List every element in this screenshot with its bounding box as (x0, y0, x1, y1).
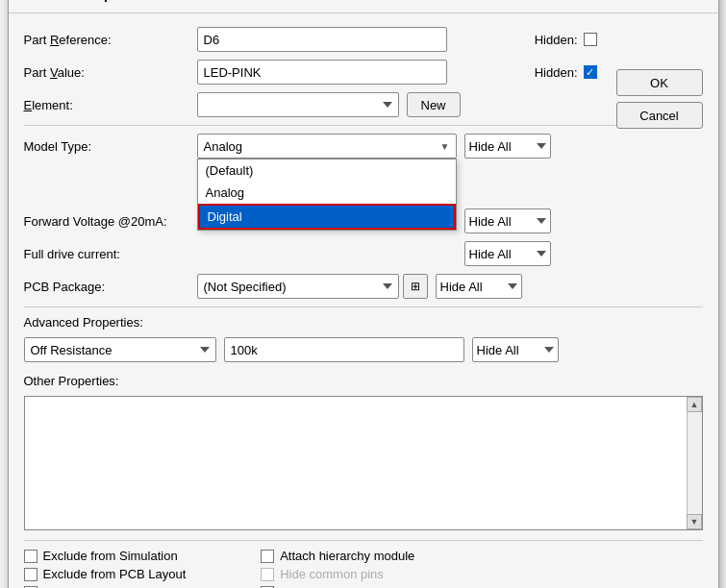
part-value-row: Part Value: Hidden: ✓ (24, 60, 703, 85)
advanced-hide-select[interactable]: Hide All Show All Value Only (472, 337, 559, 362)
attach-hierarchy-row: Attach hierarchy module (261, 549, 416, 563)
hidden-label-2: Hidden: (535, 65, 578, 80)
model-type-trigger[interactable]: Analog ▼ (197, 134, 457, 159)
divider-2 (24, 306, 703, 307)
divider-1 (24, 125, 703, 126)
exclude-simulation-label: Exclude from Simulation (43, 549, 178, 563)
pcb-package-row: PCB Package: (Not Specified) ⊞ Hide All … (24, 274, 703, 299)
close-button[interactable]: ✕ (683, 0, 707, 5)
part-value-label: Part Value: (24, 65, 197, 80)
element-select[interactable] (197, 92, 399, 117)
model-type-list: (Default) Analog Digital (197, 159, 457, 231)
forward-voltage-label: Forward Voltage @20mA: (24, 214, 197, 229)
scrollbar[interactable]: ▲ ▼ (687, 397, 702, 529)
attach-hierarchy-checkbox[interactable] (261, 550, 274, 563)
attach-hierarchy-label: Attach hierarchy module (280, 549, 414, 563)
bottom-checkboxes: Exclude from Simulation Exclude from PCB… (24, 549, 703, 588)
hide-common-pins-label: Hide common pins (280, 567, 384, 581)
hidden-checkbox-2[interactable]: ✓ (584, 65, 597, 79)
part-value-input[interactable] (197, 60, 447, 85)
title-bar-right: ? ✕ (655, 0, 707, 5)
exclude-pcb-checkbox[interactable] (24, 568, 38, 581)
forward-voltage-hide-select[interactable]: Hide All Show All Value Only (464, 208, 551, 233)
exclude-pcb-row: Exclude from PCB Layout (24, 567, 204, 581)
pcb-package-hide-select[interactable]: Hide All Show All Value Only (436, 274, 522, 299)
scroll-up-arrow[interactable]: ▲ (687, 397, 702, 412)
advanced-section-label: Advanced Properties: (24, 315, 703, 330)
pcb-package-label: PCB Package: (24, 280, 197, 294)
element-row: Element: New (24, 92, 703, 117)
element-label: Element: (24, 98, 197, 112)
advanced-property-value[interactable] (224, 337, 464, 362)
scroll-down-arrow[interactable]: ▼ (687, 514, 702, 529)
other-properties-label: Other Properties: (24, 374, 703, 388)
full-drive-label: Full drive current: (24, 247, 197, 261)
dialog-title: Edit Component (45, 0, 149, 2)
model-type-hide-select[interactable]: Hide All Show All Value Only (464, 134, 551, 159)
title-bar: Edit Component ? ✕ (9, 0, 718, 13)
advanced-property-select[interactable]: Off Resistance (24, 337, 216, 362)
advanced-property-row: Off Resistance Hide All Show All Value O… (24, 337, 703, 362)
part-reference-row: Part Reference: Hidden: (24, 27, 703, 52)
hidden-label-1: Hidden: (535, 33, 578, 47)
hide-common-pins-row: Hide common pins (261, 567, 416, 581)
browse-icon: ⊞ (411, 280, 420, 293)
other-properties-section: Other Properties: ▲ ▼ (24, 374, 703, 530)
other-properties-area[interactable]: ▲ ▼ (24, 396, 703, 530)
part-reference-label: Part Reference: (24, 33, 197, 47)
pcb-browse-button[interactable]: ⊞ (403, 274, 428, 299)
dropdown-item-digital[interactable]: Digital (198, 204, 456, 230)
chevron-down-icon: ▼ (440, 141, 450, 152)
model-type-value: Analog (204, 139, 242, 154)
hidden-checkbox-1[interactable] (584, 33, 597, 46)
hidden-row-1: Hidden: (535, 33, 597, 47)
model-type-row: Model Type: Analog ▼ (Default) Analog Di… (24, 134, 703, 159)
title-bar-left: Edit Component (20, 0, 149, 3)
exclude-pcb-label: Exclude from PCB Layout (43, 567, 187, 581)
dialog-content: OK Cancel Part Reference: Hidden: Part V… (9, 13, 718, 588)
divider-3 (24, 540, 703, 541)
exclude-simulation-row: Exclude from Simulation (24, 549, 204, 563)
part-reference-input[interactable] (197, 27, 447, 52)
new-button[interactable]: New (407, 92, 461, 117)
full-drive-row: Full drive current: Hide All Show All Va… (24, 241, 703, 266)
hide-common-pins-checkbox[interactable] (261, 568, 274, 581)
full-drive-hide-select[interactable]: Hide All Show All Value Only (464, 241, 551, 266)
right-checkboxes: Attach hierarchy module Hide common pins… (261, 549, 416, 588)
dropdown-item-default[interactable]: (Default) (198, 159, 456, 182)
model-type-label: Model Type: (24, 139, 197, 154)
edit-component-dialog: Edit Component ? ✕ OK Cancel Part Refere… (8, 0, 719, 588)
dropdown-item-analog[interactable]: Analog (198, 182, 456, 204)
model-type-dropdown[interactable]: Analog ▼ (Default) Analog Digital (197, 134, 457, 159)
component-icon (20, 0, 38, 3)
exclude-simulation-checkbox[interactable] (24, 550, 38, 563)
hidden-row-2: Hidden: ✓ (535, 65, 597, 80)
left-checkboxes: Exclude from Simulation Exclude from PCB… (24, 549, 204, 588)
cancel-button[interactable]: Cancel (616, 102, 703, 129)
pcb-package-select[interactable]: (Not Specified) (197, 274, 399, 299)
help-button[interactable]: ? (655, 0, 675, 5)
